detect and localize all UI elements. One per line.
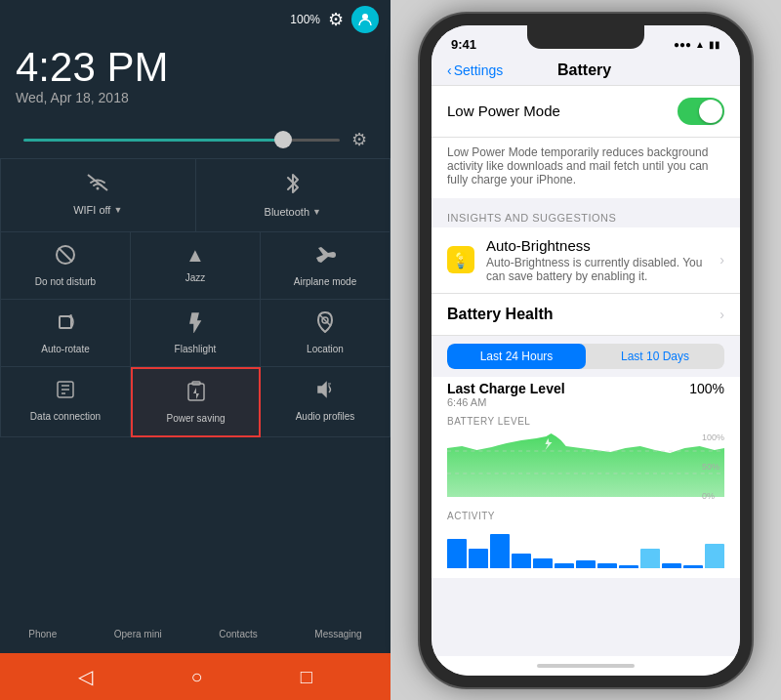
svg-rect-4 [60,316,71,328]
audio-toggle[interactable]: Audio profiles [261,367,390,437]
appbar-phone[interactable]: Phone [28,629,57,639]
date-display: Wed, Apr 18, 2018 [16,90,375,105]
airplane-toggle[interactable]: Airplane mode [261,232,390,300]
battery-health-label: Battery Health [447,306,719,323]
y-label-0: 0% [702,491,724,501]
charge-value: 100% [689,381,724,396]
autorotate-toggle[interactable]: Auto-rotate [1,300,131,367]
ios-nav-title: Battery [503,62,666,79]
battery-icon: ▮▮ [709,39,720,50]
brightness-thumb[interactable] [274,131,292,148]
chart-y-labels: 100% 50% 0% [702,432,724,501]
location-label: Location [307,344,344,354]
activity-bar-11 [662,563,681,568]
iphone-screen: 9:41 ●●● ▲ ▮▮ ‹ Settings Battery [432,25,740,676]
location-toggle[interactable]: Location [261,300,390,367]
battery-tabs: Last 24 Hours Last 10 Days [447,344,724,369]
auto-brightness-subtitle: Auto-Brightness is currently disabled. Y… [486,256,719,283]
flashlight-toggle[interactable]: Flashlight [131,300,261,367]
bt-label-row: Bluetooth ▼ [265,206,321,218]
charge-sublabel: 6:46 AM [447,396,565,408]
appbar-contacts[interactable]: Contacts [219,629,257,639]
appbar-messaging[interactable]: Messaging [314,629,361,639]
row4-grid: Data connection Power saving [0,367,390,437]
wifi-icon: ▲ [695,39,705,50]
auto-brightness-item[interactable]: 💡 Auto-Brightness Auto-Brightness is cur… [432,227,740,294]
battery-level-label: BATTERY LEVEL [432,408,740,429]
auto-brightness-chevron: › [719,252,724,268]
android-panel: 100% ⚙ 4:23 PM Wed, Apr 18, 2018 ⚙ [0,0,390,700]
low-power-description: Low Power Mode temporarily reduces backg… [432,138,740,198]
activity-bar-5 [533,558,553,568]
wifi-toggle[interactable]: WIFI off ▼ [1,159,196,232]
row3-grid: Auto-rotate Flashlight Location [0,300,390,367]
ios-nav-bar: ‹ Settings Battery [432,56,740,86]
audio-icon [314,379,336,405]
charge-level-row: Last Charge Level 6:46 AM 100% [432,377,740,408]
y-label-50: 50% [702,462,724,472]
auto-brightness-title: Auto-Brightness [486,237,719,254]
home-indicator-bar [537,664,635,668]
activity-bar-9 [619,565,638,568]
dnd-label: Do not disturb [35,276,96,287]
activity-bar-13 [705,544,724,568]
bt-arrow: ▼ [312,207,321,217]
data-toggle[interactable]: Data connection [1,367,131,437]
avatar-icon[interactable] [351,6,379,33]
flashlight-label: Flashlight [175,344,217,354]
jazz-icon: ▲ [185,244,205,267]
settings-icon[interactable]: ⚙ [328,9,344,30]
svg-line-6 [319,314,331,326]
activity-chart [432,523,740,572]
ios-panel: 9:41 ●●● ▲ ▮▮ ‹ Settings Battery [390,0,781,700]
dnd-toggle[interactable]: Do not disturb [1,232,131,300]
battery-chart: 100% 50% 0% [432,429,740,507]
low-power-section: Low Power Mode Low Power Mode temporaril… [432,86,740,198]
android-status-bar: 100% ⚙ [0,0,390,39]
location-icon [316,311,334,338]
tab-10d[interactable]: Last 10 Days [586,344,724,369]
home-nav-button[interactable]: ○ [190,666,202,688]
data-label: Data connection [30,411,101,422]
activity-bar-6 [555,563,574,568]
jazz-toggle[interactable]: ▲ Jazz [131,232,261,300]
powersave-toggle[interactable]: Power saving [131,367,261,437]
battery-health-row[interactable]: Battery Health › [432,294,740,336]
brightness-slider[interactable] [23,139,340,142]
flashlight-icon [185,311,206,338]
row2-grid: Do not disturb ▲ Jazz Airplane mode [0,232,390,300]
time-display: 4:23 PM [16,47,375,88]
activity-bar-12 [683,565,703,568]
tab-24h[interactable]: Last 24 Hours [447,344,586,369]
home-indicator [432,656,740,676]
iphone-notch [527,25,644,49]
activity-label: ACTIVITY [432,507,740,523]
android-bottom-nav: ◁ ○ □ [0,653,390,700]
low-power-toggle[interactable] [678,98,724,125]
y-label-100: 100% [702,432,724,442]
back-nav-button[interactable]: ◁ [78,665,93,688]
svg-point-0 [362,14,368,20]
svg-line-3 [59,248,72,262]
jazz-label: Jazz [185,272,206,283]
auto-brightness-content: Auto-Brightness Auto-Brightness is curre… [486,237,719,283]
bluetooth-toggle[interactable]: Bluetooth ▼ [196,159,391,232]
data-icon [55,379,76,405]
battery-health-chevron: › [719,307,724,322]
activity-bar-1 [447,539,467,568]
autorotate-label: Auto-rotate [41,344,89,354]
activity-bar-2 [469,549,488,568]
airplane-label: Airplane mode [294,276,356,287]
iphone-frame: 9:41 ●●● ▲ ▮▮ ‹ Settings Battery [420,14,752,687]
activity-bar-3 [490,534,510,568]
brightness-icon: ⚙ [351,129,367,150]
bluetooth-icon [284,173,302,200]
activity-bar-7 [576,560,596,568]
bluetooth-label: Bluetooth [265,206,309,218]
back-button[interactable]: ‹ Settings [447,62,503,78]
powersave-label: Power saving [166,413,225,424]
recent-nav-button[interactable]: □ [301,666,312,688]
battery-text: 100% [290,13,320,26]
autorotate-icon [55,311,76,338]
appbar-opera[interactable]: Opera mini [114,629,162,639]
